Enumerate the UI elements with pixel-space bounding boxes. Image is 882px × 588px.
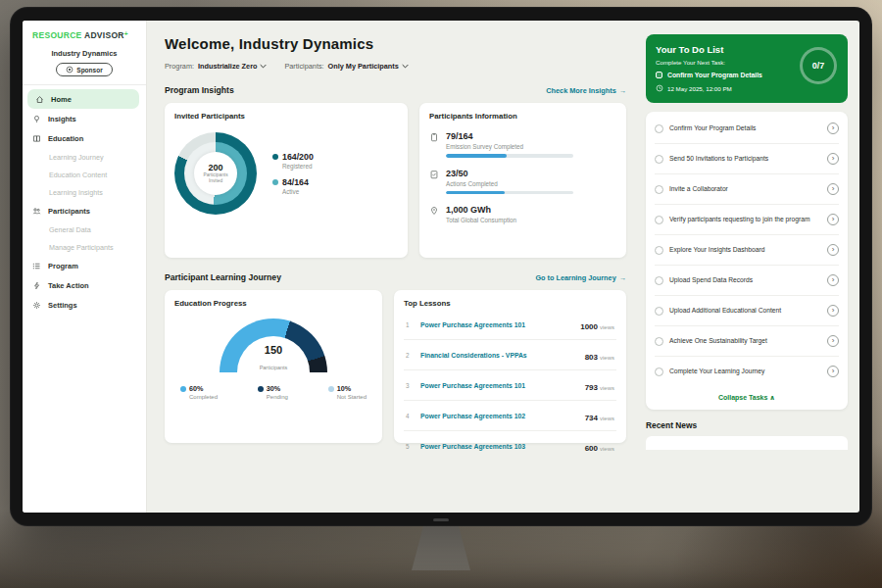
- task-row[interactable]: Explore Your Insights Dashboard ›: [655, 235, 839, 266]
- task-label: Achieve One Sustainability Target: [669, 336, 821, 345]
- sidebar-item-manage-participants[interactable]: Manage Participants: [23, 238, 146, 256]
- chevron-right-icon[interactable]: ›: [827, 122, 839, 134]
- task-row[interactable]: Complete Your Learning Journey ›: [655, 357, 839, 386]
- checkbox[interactable]: [655, 155, 663, 164]
- clipboard-icon: [429, 132, 439, 142]
- program-filter: Program: Industrialize Zero: [165, 62, 267, 71]
- info-row-survey: 79/164 Emission Survey Completed: [429, 131, 616, 158]
- collapse-tasks-button[interactable]: Collapse Tasks ∧: [655, 386, 839, 406]
- checkbox[interactable]: [655, 246, 663, 255]
- task-label: Invite a Collaborator: [669, 184, 821, 193]
- program-filter-label: Program:: [165, 62, 194, 71]
- checkbox[interactable]: [656, 72, 662, 78]
- task-row[interactable]: Upload Spend Data Records ›: [655, 266, 839, 296]
- chevron-right-icon[interactable]: ›: [827, 274, 839, 286]
- todo-due: 12 May 2025, 12:00 PM: [656, 84, 838, 92]
- card-title: Participants Information: [429, 112, 616, 121]
- task-label: Upload Spend Data Records: [669, 275, 821, 284]
- sidebar-item-settings[interactable]: Settings: [23, 295, 146, 315]
- lesson-title-link[interactable]: Financial Considerations - VPPAs: [420, 352, 578, 359]
- filter-bar: Program: Industrialize Zero Participants…: [165, 62, 626, 71]
- chevron-right-icon[interactable]: ›: [827, 183, 839, 195]
- lesson-title-link[interactable]: Power Purchase Agreements 102: [420, 413, 578, 419]
- list-icon: [32, 262, 42, 270]
- lesson-row: 4 Power Purchase Agreements 102 734views: [404, 401, 616, 431]
- legend-dot: [272, 154, 278, 160]
- sponsor-badge[interactable]: Sponsor: [56, 63, 112, 76]
- sidebar-item-program[interactable]: Program: [23, 256, 146, 275]
- checkbox[interactable]: [655, 368, 663, 376]
- page-title: Welcome, Industry Dynamics: [165, 35, 626, 52]
- sidebar-item-label: General Data: [49, 225, 91, 234]
- sidebar-item-learning-insights[interactable]: Learning Insights: [23, 183, 146, 201]
- sidebar-item-learning-journey[interactable]: Learning Journey: [23, 148, 146, 166]
- legend-pct: 10%: [337, 384, 351, 393]
- progress-bar: [446, 154, 573, 158]
- chevron-right-icon[interactable]: ›: [827, 244, 839, 256]
- check-more-insights-link[interactable]: Check More Insights →: [546, 86, 626, 95]
- participants-filter-dropdown[interactable]: Only My Participants: [328, 62, 409, 71]
- education-gauge-box: 150 Participants: [220, 318, 327, 373]
- task-row[interactable]: Send 50 Invitations to Participants ›: [655, 144, 839, 174]
- sidebar-item-take-action[interactable]: Take Action: [23, 275, 146, 295]
- donut-center-label: Participants Invited: [200, 172, 231, 184]
- chevron-down-icon: [260, 64, 267, 69]
- lesson-title-link[interactable]: Power Purchase Agreements 103: [420, 443, 578, 450]
- lesson-title-link[interactable]: Power Purchase Agreements 101: [420, 321, 573, 328]
- task-label: Upload Additional Educational Content: [669, 306, 821, 315]
- sidebar-item-label: Learning Journey: [49, 153, 104, 162]
- sidebar-item-home[interactable]: Home: [27, 89, 139, 109]
- legend-dot: [272, 179, 278, 185]
- lesson-views-label: views: [600, 446, 614, 452]
- todo-task-list: Confirm Your Program Details › Send 50 I…: [646, 112, 848, 410]
- sponsor-label: Sponsor: [76, 67, 102, 74]
- chevron-down-icon: [402, 64, 409, 69]
- dashboard-app: RESOURCE ADVISOR+ Industry Dynamics Spon…: [23, 21, 859, 513]
- sidebar-item-general-data[interactable]: General Data: [23, 220, 146, 238]
- todo-progress-ring: 0/7: [800, 47, 837, 84]
- learning-journey-header: Participant Learning Journey Go to Learn…: [165, 272, 626, 282]
- task-row[interactable]: Upload Additional Educational Content ›: [655, 296, 839, 326]
- sidebar-item-label: Education Content: [49, 171, 107, 179]
- task-row[interactable]: Achieve One Sustainability Target ›: [655, 326, 839, 357]
- sidebar-item-education[interactable]: Education: [23, 128, 146, 148]
- task-row[interactable]: Invite a Collaborator ›: [655, 174, 839, 205]
- checkbox[interactable]: [655, 307, 663, 316]
- checkbox[interactable]: [655, 124, 663, 133]
- chevron-right-icon[interactable]: ›: [827, 214, 839, 225]
- info-value: 1,000 GWh: [446, 205, 516, 215]
- lesson-views-label: views: [600, 385, 614, 391]
- chevron-right-icon[interactable]: ›: [827, 153, 839, 165]
- checkbox[interactable]: [655, 276, 663, 285]
- info-value: 23/50: [446, 169, 573, 178]
- lesson-title-link[interactable]: Power Purchase Agreements 101: [420, 382, 578, 389]
- program-filter-dropdown[interactable]: Industrialize Zero: [198, 62, 267, 71]
- chevron-right-icon[interactable]: ›: [827, 335, 839, 347]
- sidebar-item-insights[interactable]: Insights: [23, 109, 146, 128]
- chevron-right-icon[interactable]: ›: [827, 366, 839, 377]
- learning-cards-row: Education Progress 150 Participants: [165, 290, 626, 443]
- legend-label: Completed: [189, 394, 218, 400]
- checkbox[interactable]: [655, 337, 663, 346]
- sidebar-item-label: Manage Participants: [49, 243, 114, 252]
- checkbox[interactable]: [655, 185, 663, 194]
- task-row[interactable]: Verify participants requesting to join t…: [655, 205, 839, 235]
- todo-next-task-label: Confirm Your Program Details: [667, 72, 762, 78]
- legend-pct: 30%: [267, 384, 280, 393]
- logo-plus: +: [124, 30, 128, 37]
- chevron-up-icon: ∧: [769, 394, 775, 401]
- todo-due-text: 12 May 2025, 12:00 PM: [667, 85, 732, 92]
- education-progress-card: Education Progress 150 Participants: [165, 290, 382, 443]
- gauge-center-value: 150: [220, 344, 327, 356]
- card-title: Top Lessons: [404, 299, 616, 308]
- sidebar-item-education-content[interactable]: Education Content: [23, 166, 146, 183]
- go-to-learning-journey-link[interactable]: Go to Learning Journey →: [535, 273, 626, 282]
- task-row[interactable]: Confirm Your Program Details ›: [655, 114, 839, 144]
- participants-filter-value: Only My Participants: [328, 62, 399, 71]
- card-title: Education Progress: [174, 299, 372, 308]
- checkbox[interactable]: [655, 216, 663, 224]
- chevron-right-icon[interactable]: ›: [827, 305, 839, 317]
- participants-filter: Participants: Only My Participants: [284, 62, 408, 71]
- sidebar-item-participants[interactable]: Participants: [23, 201, 146, 220]
- lesson-row: 2 Financial Considerations - VPPAs 803vi…: [404, 340, 616, 370]
